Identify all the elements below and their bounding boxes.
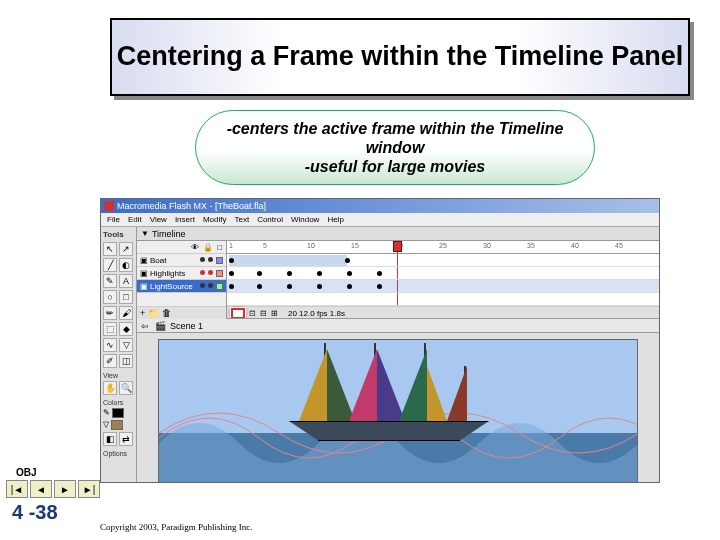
scene-bar: ⇦ 🎬 Scene 1 bbox=[137, 319, 659, 333]
view-section-label: View bbox=[103, 372, 134, 379]
back-arrow-icon[interactable]: ⇦ bbox=[141, 321, 149, 331]
menu-file[interactable]: File bbox=[107, 215, 120, 224]
frame-track-lightsource[interactable] bbox=[227, 280, 659, 293]
subtitle: -centers the active frame within the Tim… bbox=[196, 119, 594, 177]
bucket-tool-icon[interactable]: ▽ bbox=[119, 338, 133, 352]
frame-track-boat[interactable] bbox=[227, 254, 659, 267]
app-title: Macromedia Flash MX - [TheBoat.fla] bbox=[117, 201, 266, 211]
fill-transform-icon[interactable]: ◆ bbox=[119, 322, 133, 336]
subtitle-line2: -useful for large movies bbox=[305, 158, 486, 175]
menu-text[interactable]: Text bbox=[234, 215, 249, 224]
onion-skin-icon[interactable]: ⊡ bbox=[249, 309, 256, 318]
timeline-area: 👁 🔒 □ ▣ Boat ▣ Highlights bbox=[137, 241, 659, 319]
stroke-color-swatch[interactable] bbox=[112, 408, 124, 418]
timeline-panel-header[interactable]: ▼ Timeline bbox=[137, 227, 659, 241]
options-section-label: Options bbox=[103, 450, 134, 457]
layer-list: 👁 🔒 □ ▣ Boat ▣ Highlights bbox=[137, 241, 227, 318]
app-menubar[interactable]: File Edit View Insert Modify Text Contro… bbox=[101, 213, 659, 227]
layer-header: 👁 🔒 □ bbox=[137, 241, 226, 254]
scene-label[interactable]: Scene 1 bbox=[170, 321, 203, 331]
rect-tool-icon[interactable]: □ bbox=[119, 290, 133, 304]
menu-control[interactable]: Control bbox=[257, 215, 283, 224]
subselect-tool-icon[interactable]: ↗ bbox=[119, 242, 133, 256]
edit-multiple-icon[interactable]: ⊞ bbox=[271, 309, 278, 318]
ruler-mark: 5 bbox=[263, 242, 267, 249]
line-tool-icon[interactable]: ╱ bbox=[103, 258, 117, 272]
brush-tool-icon[interactable]: 🖌 bbox=[119, 306, 133, 320]
ruler-mark: 35 bbox=[527, 242, 535, 249]
ink-tool-icon[interactable]: ∿ bbox=[103, 338, 117, 352]
slide-title: Centering a Frame within the Timeline Pa… bbox=[117, 42, 684, 72]
pen-tool-icon[interactable]: ✎ bbox=[103, 274, 117, 288]
flash-app-window: Macromedia Flash MX - [TheBoat.fla] File… bbox=[100, 198, 660, 483]
onion-outline-icon[interactable]: ⊟ bbox=[260, 309, 267, 318]
delete-layer-icon[interactable]: 🗑 bbox=[162, 308, 171, 318]
text-tool-icon[interactable]: A bbox=[119, 274, 133, 288]
menu-edit[interactable]: Edit bbox=[128, 215, 142, 224]
frame-ruler[interactable]: 1 5 10 15 20 25 30 35 40 45 bbox=[227, 241, 659, 254]
ruler-mark: 40 bbox=[571, 242, 579, 249]
layer-icon: ▣ bbox=[140, 256, 148, 265]
ruler-mark: 10 bbox=[307, 242, 315, 249]
oval-tool-icon[interactable]: ○ bbox=[103, 290, 117, 304]
swap-colors-icon[interactable]: ⇄ bbox=[119, 432, 133, 446]
ruler-mark: 15 bbox=[351, 242, 359, 249]
default-colors-icon[interactable]: ◧ bbox=[103, 432, 117, 446]
next-slide-button[interactable]: ► bbox=[54, 480, 76, 498]
fill-color-swatch[interactable] bbox=[111, 420, 123, 430]
layer-row-lightsource[interactable]: ▣ LightSource bbox=[137, 280, 226, 293]
copyright: Copyright 2003, Paradigm Publishing Inc. bbox=[100, 522, 253, 532]
eye-column-icon[interactable]: 👁 bbox=[191, 243, 199, 252]
arrow-tool-icon[interactable]: ↖ bbox=[103, 242, 117, 256]
slide-nav: |◄ ◄ ► ►| bbox=[6, 480, 100, 498]
add-folder-icon[interactable]: 📁 bbox=[148, 308, 159, 318]
stage[interactable] bbox=[137, 333, 659, 482]
layer-name: Boat bbox=[150, 256, 166, 265]
scene-clap-icon: 🎬 bbox=[155, 321, 166, 331]
subtitle-line1: -centers the active frame within the Tim… bbox=[227, 120, 564, 156]
lock-column-icon[interactable]: 🔒 bbox=[203, 243, 213, 252]
flash-app-icon bbox=[104, 201, 114, 211]
layer-row-highlights[interactable]: ▣ Highlights bbox=[137, 267, 226, 280]
layer-icon: ▣ bbox=[140, 282, 148, 291]
eraser-tool-icon[interactable]: ◫ bbox=[119, 354, 133, 368]
stroke-pencil-icon: ✎ bbox=[103, 408, 110, 418]
colors-section-label: Colors bbox=[103, 399, 134, 406]
ruler-mark: 25 bbox=[439, 242, 447, 249]
frames-footer: ⊡ ⊟ ⊞ 20 12.0 fps 1.8s bbox=[227, 306, 659, 318]
page-number: 4 -38 bbox=[12, 501, 58, 524]
menu-help[interactable]: Help bbox=[327, 215, 343, 224]
playhead-marker-icon[interactable] bbox=[393, 241, 402, 252]
frames-area[interactable]: 1 5 10 15 20 25 30 35 40 45 bbox=[227, 241, 659, 318]
boat-graphic bbox=[289, 421, 489, 441]
pencil-tool-icon[interactable]: ✏ bbox=[103, 306, 117, 320]
canvas[interactable] bbox=[158, 339, 638, 482]
menu-view[interactable]: View bbox=[150, 215, 167, 224]
collapse-triangle-icon[interactable]: ▼ bbox=[141, 229, 149, 238]
obj-label: OBJ bbox=[16, 467, 37, 478]
layer-row-boat[interactable]: ▣ Boat bbox=[137, 254, 226, 267]
first-slide-button[interactable]: |◄ bbox=[6, 480, 28, 498]
eyedropper-tool-icon[interactable]: ✐ bbox=[103, 354, 117, 368]
menu-insert[interactable]: Insert bbox=[175, 215, 195, 224]
last-slide-button[interactable]: ►| bbox=[78, 480, 100, 498]
drawing-tools: ↖ ↗ ╱ ◐ ✎ A ○ □ ✏ 🖌 ⬚ ◆ ∿ ▽ ✐ ◫ bbox=[103, 242, 134, 368]
ruler-mark: 45 bbox=[615, 242, 623, 249]
layer-icon: ▣ bbox=[140, 269, 148, 278]
add-layer-icon[interactable]: + bbox=[140, 308, 145, 318]
tools-panel: Tools ↖ ↗ ╱ ◐ ✎ A ○ □ ✏ 🖌 ⬚ ◆ ∿ ▽ ✐ ◫ Vi… bbox=[101, 227, 137, 482]
ruler-mark: 1 bbox=[229, 242, 233, 249]
transform-tool-icon[interactable]: ⬚ bbox=[103, 322, 117, 336]
outline-column-icon[interactable]: □ bbox=[217, 243, 222, 252]
menu-modify[interactable]: Modify bbox=[203, 215, 227, 224]
lasso-tool-icon[interactable]: ◐ bbox=[119, 258, 133, 272]
frame-track-highlights[interactable] bbox=[227, 267, 659, 280]
layer-name: Highlights bbox=[150, 269, 185, 278]
menu-window[interactable]: Window bbox=[291, 215, 319, 224]
hand-tool-icon[interactable]: ✋ bbox=[103, 381, 117, 395]
center-frame-button[interactable] bbox=[231, 308, 245, 319]
zoom-tool-icon[interactable]: 🔍 bbox=[119, 381, 133, 395]
subtitle-box: -centers the active frame within the Tim… bbox=[195, 110, 595, 185]
prev-slide-button[interactable]: ◄ bbox=[30, 480, 52, 498]
tools-label: Tools bbox=[103, 229, 134, 240]
